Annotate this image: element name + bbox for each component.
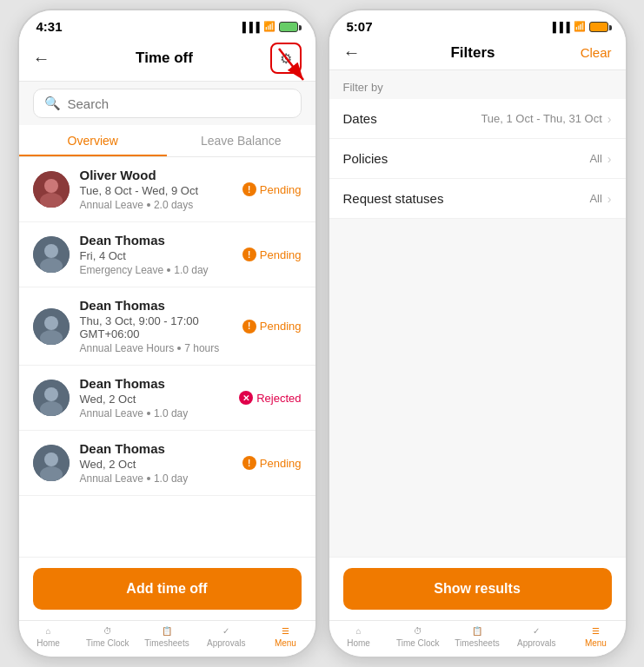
screen-title-2: Filters: [369, 44, 577, 62]
svg-point-9: [44, 316, 58, 330]
status-badge: ✕ Rejected: [239, 391, 301, 405]
list-item[interactable]: Dean Thomas Fri, 4 Oct Emergency Leave 1…: [19, 222, 315, 287]
pending-icon: !: [242, 248, 256, 261]
list-item[interactable]: Dean Thomas Wed, 2 Oct Annual Leave 1.0 …: [19, 431, 315, 496]
chevron-right-icon: ›: [607, 152, 612, 166]
pending-icon: !: [242, 320, 256, 334]
home-icon: ⌂: [46, 626, 51, 636]
timesheets-icon-2: 📋: [472, 626, 482, 636]
signal-icon-2: ▐▐▐: [549, 22, 569, 32]
item-date: Wed, 2 Oct: [80, 393, 229, 406]
filter-by-section: Filter by: [329, 70, 626, 99]
bottom-nav-home-2[interactable]: ⌂ Home: [329, 626, 388, 648]
filter-label-policies: Policies: [343, 151, 590, 166]
show-results-button[interactable]: Show results: [343, 568, 612, 610]
home-icon-2: ⌂: [356, 626, 362, 636]
list-item[interactable]: Dean Thomas Thu, 3 Oct, 9:00 - 17:00 GMT…: [19, 287, 315, 366]
add-time-off-button[interactable]: Add time off: [33, 568, 302, 610]
bottom-nav-menu[interactable]: ☰ Menu: [256, 626, 315, 648]
bottom-nav-home[interactable]: ⌂ Home: [19, 626, 78, 648]
show-results-wrap: Show results: [329, 557, 626, 620]
bottom-nav-menu-2[interactable]: ☰ Menu: [566, 626, 625, 648]
avatar: [33, 445, 70, 481]
filter-content-spacer: [329, 219, 626, 557]
tab-overview[interactable]: Overview: [19, 125, 168, 156]
item-info: Dean Thomas Thu, 3 Oct, 9:00 - 17:00 GMT…: [80, 298, 232, 354]
bottom-nav-approvals[interactable]: ✓ Approvals: [196, 626, 256, 648]
item-name: Dean Thomas: [80, 441, 232, 456]
back-button-2[interactable]: ←: [343, 43, 369, 63]
item-info: Dean Thomas Fri, 4 Oct Emergency Leave 1…: [80, 233, 232, 276]
dot-separator: [147, 412, 150, 415]
screen-title-1: Time off: [59, 50, 270, 67]
item-date: Tue, 8 Oct - Wed, 9 Oct: [80, 184, 232, 197]
item-detail: Annual Leave 2.0 days: [80, 199, 232, 211]
filter-value-request-statuses: All: [589, 192, 601, 205]
nav-bar-2: ← Filters Clear: [329, 37, 626, 70]
item-info: Oliver Wood Tue, 8 Oct - Wed, 9 Oct Annu…: [80, 168, 232, 211]
back-button-1[interactable]: ←: [33, 49, 59, 69]
avatar: [33, 171, 70, 208]
filter-label-dates: Dates: [343, 111, 481, 126]
bottom-nav-approvals-2[interactable]: ✓ Approvals: [507, 626, 566, 648]
filter-value-policies: All: [589, 152, 601, 165]
menu-icon-2: ☰: [592, 626, 600, 636]
avatar: [33, 308, 70, 345]
item-date: Wed, 2 Oct: [80, 458, 232, 471]
approvals-icon-2: ✓: [533, 626, 540, 636]
item-detail: Annual Leave 1.0 day: [80, 407, 229, 419]
dot-separator: [177, 347, 181, 350]
item-name: Oliver Wood: [80, 168, 232, 182]
bottom-nav-timesheets-2[interactable]: 📋 Timesheets: [448, 626, 507, 648]
item-name: Dean Thomas: [80, 376, 229, 391]
chevron-right-icon: ›: [607, 192, 612, 206]
bottom-nav-timesheets[interactable]: 📋 Timesheets: [137, 626, 196, 648]
battery-icon-2: [589, 22, 608, 32]
item-detail: Annual Leave Hours 7 hours: [80, 342, 232, 354]
phone-timeoff: 4:31 ▐▐▐ 📶 ← Time off ⚙: [17, 9, 317, 658]
menu-icon: ☰: [282, 626, 289, 636]
svg-point-15: [44, 452, 58, 466]
filter-row-dates[interactable]: Dates Tue, 1 Oct - Thu, 31 Oct ›: [329, 99, 626, 139]
status-badge: ! Pending: [242, 182, 302, 196]
item-info: Dean Thomas Wed, 2 Oct Annual Leave 1.0 …: [80, 376, 229, 419]
status-icons-1: ▐▐▐ 📶: [239, 21, 297, 32]
status-bar-2: 5:07 ▐▐▐ 📶: [329, 10, 626, 37]
add-time-off-wrap: Add time off: [19, 557, 315, 620]
approvals-icon: ✓: [222, 626, 229, 636]
avatar: [33, 380, 70, 416]
search-input[interactable]: [68, 96, 290, 111]
timesheets-icon: 📋: [162, 626, 172, 636]
svg-point-6: [44, 244, 58, 258]
search-input-wrap[interactable]: 🔍: [33, 89, 302, 118]
svg-point-12: [44, 387, 58, 401]
bottom-nav-timeclock-2[interactable]: ⏱ Time Clock: [388, 626, 448, 648]
filter-value-dates: Tue, 1 Oct - Thu, 31 Oct: [481, 112, 601, 125]
item-name: Dean Thomas: [80, 233, 232, 248]
status-icons-2: ▐▐▐ 📶: [549, 21, 607, 32]
status-badge: ! Pending: [242, 248, 302, 261]
list-item[interactable]: Dean Thomas Wed, 2 Oct Annual Leave 1.0 …: [19, 366, 315, 431]
list-item[interactable]: Oliver Wood Tue, 8 Oct - Wed, 9 Oct Annu…: [19, 157, 315, 222]
clear-button[interactable]: Clear: [577, 45, 612, 60]
status-badge: ! Pending: [242, 456, 302, 470]
status-bar-1: 4:31 ▐▐▐ 📶: [19, 10, 315, 37]
item-detail: Annual Leave 1.0 day: [80, 472, 232, 485]
status-time-1: 4:31: [37, 19, 63, 34]
item-date: Fri, 4 Oct: [80, 249, 232, 262]
item-info: Dean Thomas Wed, 2 Oct Annual Leave 1.0 …: [80, 441, 232, 485]
chevron-right-icon: ›: [607, 112, 612, 126]
bottom-nav-2: ⌂ Home ⏱ Time Clock 📋 Timesheets ✓ Appro…: [329, 620, 626, 657]
employee-list: Oliver Wood Tue, 8 Oct - Wed, 9 Oct Annu…: [19, 157, 315, 557]
filter-row-policies[interactable]: Policies All ›: [329, 139, 626, 179]
avatar: [33, 236, 70, 273]
dot-separator: [147, 203, 150, 207]
tab-leave-balance[interactable]: Leave Balance: [167, 125, 315, 156]
wifi-icon-1: 📶: [263, 21, 276, 32]
wifi-icon-2: 📶: [574, 21, 586, 32]
filter-row-request-statuses[interactable]: Request statuses All ›: [329, 179, 626, 219]
svg-point-3: [44, 179, 58, 193]
item-name: Dean Thomas: [80, 298, 232, 313]
timeclock-icon: ⏱: [103, 626, 112, 636]
bottom-nav-timeclock[interactable]: ⏱ Time Clock: [78, 626, 137, 648]
